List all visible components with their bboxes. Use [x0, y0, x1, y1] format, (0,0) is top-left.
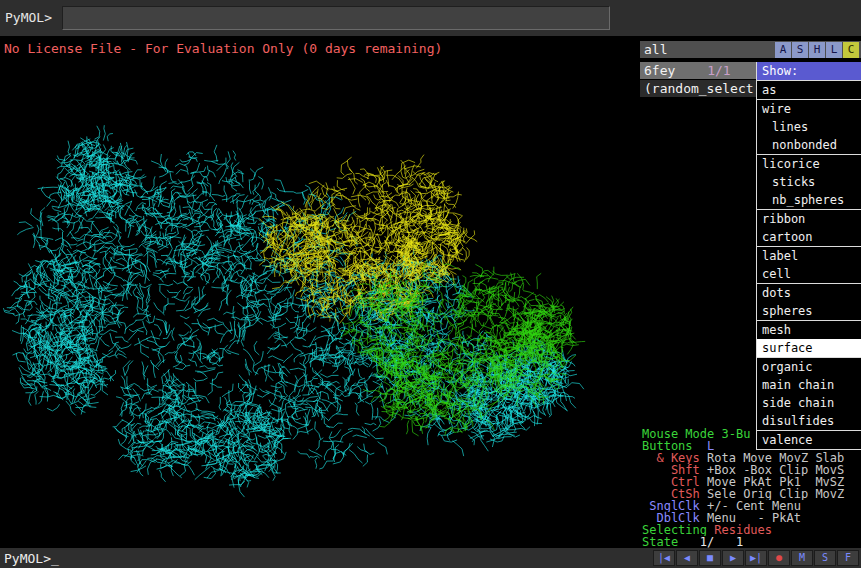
mouse-panel-line: Selecting Residues	[640, 524, 861, 536]
show-menu-items: aswirelinesnonbondedlicoricesticksnb_sph…	[757, 80, 861, 449]
show-menu-group: organicmain chainside chaindisulfides	[757, 357, 861, 430]
molecule-mesh-chain-yellow	[259, 155, 478, 324]
mouse-panel-line: DblClk Menu - PkAt	[640, 512, 861, 524]
movie-controls: |◀◀■▶▶|●MSF	[653, 550, 859, 566]
mouse-panel-line: State 1/ 1	[640, 536, 861, 548]
show-menu-title: Show:	[757, 62, 861, 80]
action-button-l[interactable]: L	[826, 42, 842, 58]
command-input[interactable]	[62, 6, 610, 30]
mouse-panel-line: Shft +Box -Box Clip MovS	[640, 464, 861, 476]
show-menu-popup: Show: aswirelinesnonbondedlicoricesticks…	[756, 62, 861, 450]
mouse-panel-text: SnglClk	[642, 500, 700, 512]
mouse-panel-line: SnglClk +/- Cent Menu	[640, 500, 861, 512]
object-row-all[interactable]: all A S H L C	[640, 41, 861, 58]
viewport-3d[interactable]: No License File - For Evaluation Only (0…	[0, 36, 640, 548]
menu-item-label[interactable]: label	[757, 247, 861, 265]
mouse-panel-text: Rota Move MovZ Slab	[700, 452, 845, 464]
molecule-mesh	[0, 36, 640, 548]
mouse-panel-line: CtSh Sele Orig Clip MovZ	[640, 488, 861, 500]
action-button-c[interactable]: C	[843, 42, 859, 58]
mouse-panel-line: & Keys Rota Move MovZ Slab	[640, 452, 861, 464]
vcr-movie-button[interactable]: M	[791, 550, 813, 566]
object-row-selection-label[interactable]: (random_select	[640, 81, 754, 96]
menu-item-side-chain[interactable]: side chain	[757, 394, 861, 412]
show-menu-group: meshsurface	[757, 320, 861, 357]
pymol-window: PyMOL> No License File - For Evaluation …	[0, 0, 861, 568]
mouse-panel-text: Sele Orig Clip MovZ	[700, 488, 845, 500]
menu-item-mesh[interactable]: mesh	[757, 321, 861, 339]
show-menu-group: ribboncartoon	[757, 209, 861, 246]
mouse-panel-text: 1/ 1	[685, 536, 743, 548]
top-prompt-label: PyMOL>	[5, 10, 52, 25]
menu-item-lines[interactable]: lines	[757, 118, 861, 136]
top-command-bar: PyMOL>	[0, 0, 861, 36]
menu-item-ribbon[interactable]: ribbon	[757, 210, 861, 228]
action-button-a[interactable]: A	[775, 42, 791, 58]
vcr-stop-button[interactable]: ■	[699, 550, 721, 566]
show-menu-group: valence	[757, 430, 861, 449]
molecule-mesh-chain-cyan	[3, 125, 584, 497]
menu-item-nonbonded[interactable]: nonbonded	[757, 136, 861, 154]
menu-item-organic[interactable]: organic	[757, 358, 861, 376]
molecule-mesh-chain-green	[339, 261, 586, 436]
show-menu-group: labelcell	[757, 246, 861, 283]
mouse-panel-text: Move PkAt Pk1 MvSZ	[700, 476, 845, 488]
menu-item-spheres[interactable]: spheres	[757, 302, 861, 320]
show-menu-group: wirelinesnonbonded	[757, 99, 861, 154]
mouse-panel-text: Mouse Mode 3-Bu	[642, 428, 750, 440]
mouse-panel-text: L	[693, 440, 715, 452]
menu-item-surface[interactable]: surface	[757, 339, 861, 357]
menu-item-cartoon[interactable]: cartoon	[757, 228, 861, 246]
vcr-step-back-button[interactable]: ◀	[676, 550, 698, 566]
bottom-command-bar: PyMOL>_ |◀◀■▶▶|●MSF	[0, 548, 861, 568]
menu-item-valence[interactable]: valence	[757, 431, 861, 449]
mouse-panel-text: Ctrl	[642, 476, 700, 488]
mouse-panel-text: State	[642, 536, 685, 548]
menu-item-dots[interactable]: dots	[757, 284, 861, 302]
command-line-prompt[interactable]: PyMOL>_	[4, 551, 59, 566]
show-menu-group: as	[757, 80, 861, 99]
vcr-play-button[interactable]: ▶	[722, 550, 744, 566]
mouse-panel-text: DblClk	[642, 512, 700, 524]
object-row-all-label[interactable]: all	[640, 42, 667, 57]
menu-item-cell[interactable]: cell	[757, 265, 861, 283]
mouse-panel-text: CtSh	[642, 488, 700, 500]
menu-item-disulfides[interactable]: disulfides	[757, 412, 861, 430]
mouse-panel-text: +Box -Box Clip MovS	[700, 464, 845, 476]
menu-item-nb-spheres[interactable]: nb_spheres	[757, 191, 861, 209]
mouse-panel-text: +/- Cent Menu	[700, 500, 801, 512]
vcr-forward-end-button[interactable]: ▶|	[745, 550, 767, 566]
show-menu-group: licoricesticksnb_spheres	[757, 154, 861, 209]
show-menu-group: dotsspheres	[757, 283, 861, 320]
vcr-scene-button[interactable]: S	[814, 550, 836, 566]
menu-item-as[interactable]: as	[757, 81, 861, 99]
vcr-record-button[interactable]: ●	[768, 550, 790, 566]
mouse-panel-text: & Keys	[642, 452, 700, 464]
mouse-panel-text: Shft	[642, 464, 700, 476]
mouse-panel-text: Menu - PkAt	[700, 512, 801, 524]
vcr-rewind-start-button[interactable]: |◀	[653, 550, 675, 566]
menu-item-sticks[interactable]: sticks	[757, 173, 861, 191]
action-button-s[interactable]: S	[792, 42, 808, 58]
action-button-h[interactable]: H	[809, 42, 825, 58]
mouse-panel-text: Residues	[714, 524, 772, 536]
license-warning: No License File - For Evaluation Only (0…	[4, 41, 442, 56]
mouse-panel-text: Buttons	[642, 440, 693, 452]
menu-item-licorice[interactable]: licorice	[757, 155, 861, 173]
action-buttons: A S H L C	[775, 41, 859, 58]
mouse-panel-line: Ctrl Move PkAt Pk1 MvSZ	[640, 476, 861, 488]
menu-item-wire[interactable]: wire	[757, 100, 861, 118]
vcr-fullscreen-button[interactable]: F	[837, 550, 859, 566]
mouse-panel-text: Selecting	[642, 524, 714, 536]
object-state-count: 1/1	[707, 63, 730, 78]
object-row-6fey-label[interactable]: 6fey	[640, 63, 675, 78]
menu-item-main-chain[interactable]: main chain	[757, 376, 861, 394]
